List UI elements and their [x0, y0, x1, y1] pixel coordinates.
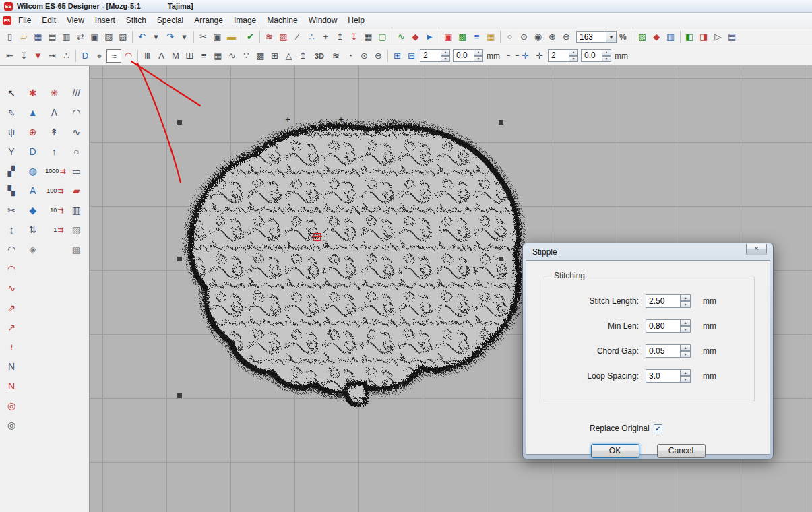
menu-stitch[interactable]: Stitch [121, 14, 152, 26]
zoom-out-icon[interactable]: ⊖ [559, 30, 573, 44]
zoom-in-icon[interactable]: ⊕ [545, 30, 559, 44]
hoop-icon[interactable]: ▢ [375, 30, 389, 44]
slow-redraw-tool[interactable]: ▚ [3, 183, 20, 199]
print-icon[interactable]: ▤ [45, 30, 59, 44]
stipple-fill-icon[interactable]: ≈ [106, 49, 121, 63]
branch-zigzag-tool[interactable]: Λ [45, 104, 63, 121]
cut-icon[interactable]: ✂ [196, 30, 210, 44]
save-design-icon[interactable]: ▦ [31, 30, 45, 44]
zigzag-stitch-icon[interactable]: ≋ [262, 30, 276, 44]
needle-up-tool[interactable]: ↑ [45, 143, 63, 160]
menu-special[interactable]: Special [152, 14, 189, 26]
ok-button[interactable]: OK [591, 444, 639, 458]
zoom-input[interactable] [576, 31, 606, 43]
menu-window[interactable]: Window [303, 14, 343, 26]
buttonhole-icon[interactable]: ⊖ [371, 49, 385, 63]
penetration-tool[interactable]: ◎ [3, 397, 20, 414]
triple-run-tool[interactable]: ⇗ [3, 300, 20, 316]
stitch-length-spinner[interactable]: ▲▼ [681, 294, 691, 308]
satin-fill-icon[interactable]: Ⅲ [140, 49, 154, 63]
es-tool-icon[interactable]: ▣ [441, 30, 456, 44]
offset-b-arrows[interactable]: ▲▼ [474, 49, 483, 62]
zoom-dropdown-icon[interactable]: ▾ [606, 31, 617, 43]
stitch-edit-tool[interactable]: Y [3, 143, 20, 160]
eyelet-icon[interactable]: ⊙ [357, 49, 371, 63]
polygon-select-tool[interactable]: ψ [3, 124, 20, 140]
motif-fill-icon[interactable]: ∵ [239, 49, 253, 63]
three-d-effect-icon[interactable]: 3D [310, 49, 329, 63]
min-len-spinner[interactable]: ▲▼ [681, 319, 691, 333]
selection-handle[interactable] [499, 257, 503, 261]
export-machine-file-icon[interactable]: ⇄ [73, 30, 88, 44]
fill-hole-icon[interactable]: ● [92, 49, 106, 63]
knife-tool[interactable]: ▞ [3, 163, 20, 179]
shuttle-tool[interactable]: ▰ [67, 183, 85, 199]
small-flower-tool[interactable]: ✳ [45, 85, 63, 101]
gap-a-arrows[interactable]: ▲▼ [569, 49, 578, 62]
ring-tool[interactable]: ◠ [3, 261, 20, 277]
paste-icon[interactable]: ▬ [224, 30, 239, 44]
penetration-icon[interactable]: ↧ [347, 30, 361, 44]
menu-arrange[interactable]: Arrange [189, 14, 228, 26]
zoom-1to1-icon[interactable]: ◉ [531, 30, 545, 44]
dash-spacing-icon[interactable]: ᠆᠆ [504, 49, 518, 63]
replace-original-checkbox[interactable]: ✔ [654, 424, 662, 433]
dialog-close-button[interactable]: ✕ [746, 244, 767, 255]
zoom-box-icon[interactable]: ⊙ [517, 30, 531, 44]
scissors-tool[interactable]: ✂ [3, 202, 20, 218]
cross-stitch-icon[interactable]: ▩ [253, 49, 268, 63]
select-tool[interactable]: ↖ [3, 85, 20, 101]
print-preview-icon[interactable]: ▥ [59, 30, 73, 44]
chord-gap-input[interactable] [646, 344, 681, 358]
stipple-dialog-title[interactable]: Stipple [526, 243, 770, 260]
stitch-length-input[interactable] [646, 294, 681, 308]
gray-fill2-tool[interactable]: ▩ [67, 241, 85, 257]
lettering-tool[interactable]: A [24, 183, 42, 199]
jump-dots-icon[interactable]: ∴ [59, 49, 73, 63]
double-zigzag-icon[interactable]: Μ [168, 49, 183, 63]
color-object-icon[interactable]: ◆ [408, 30, 423, 44]
stitch-player-tool[interactable]: ↨ [3, 222, 20, 238]
show-stitches-icon[interactable]: ◆ [650, 30, 664, 44]
undo-icon[interactable]: ↶ [135, 30, 149, 44]
gray-fill-tool[interactable]: ▨ [67, 222, 85, 238]
insert-design-icon[interactable]: ▨ [102, 30, 116, 44]
monogram-tool[interactable]: ◆ [24, 202, 42, 218]
overlap-remove-icon[interactable]: ▩ [456, 30, 470, 44]
undo-dropdown-icon[interactable]: ▾ [149, 30, 163, 44]
backstitch-tool[interactable]: ↗ [3, 319, 20, 335]
stitch-cursor-icon[interactable]: + [319, 30, 333, 44]
feather-edge-icon[interactable]: ◔ [343, 49, 357, 63]
curve-tool[interactable]: ∿ [67, 124, 85, 140]
sequin-tool[interactable]: ⇅ [24, 222, 42, 238]
contour-fill-icon[interactable]: △ [282, 49, 296, 63]
selection-handle[interactable] [338, 393, 342, 398]
offset-b-value[interactable]: 0.0 [453, 49, 474, 62]
redo-dropdown-icon[interactable]: ▾ [177, 30, 191, 44]
write-to-card-icon[interactable]: ▣ [88, 30, 102, 44]
run-stitch-icon[interactable]: ∕ [290, 30, 305, 44]
column-stitch-tool[interactable]: ↟ [45, 124, 63, 140]
selection-handle[interactable] [499, 120, 503, 125]
design-properties-icon[interactable]: ▧ [116, 30, 130, 44]
background-icon[interactable]: ► [423, 30, 437, 44]
overview-window-icon[interactable]: ▥ [664, 30, 678, 44]
copy-icon[interactable]: ▣ [210, 30, 224, 44]
chord-gap-spinner[interactable]: ▲▼ [681, 344, 691, 358]
fan-tool[interactable]: ◠ [3, 241, 20, 257]
wave-effect-icon[interactable]: ∿ [394, 30, 408, 44]
selection-handle[interactable] [177, 257, 182, 261]
stitch-list-icon[interactable]: ▦ [361, 30, 375, 44]
globe-tool[interactable]: ⊕ [24, 124, 42, 140]
stitch-density-100[interactable]: 100⇉ [45, 183, 66, 199]
motif-stitch-icon[interactable]: ∴ [305, 30, 319, 44]
closest-join-icon[interactable]: ⇤ [3, 49, 17, 63]
applique-tool[interactable]: ◍ [24, 163, 42, 179]
loop-spacing-input[interactable] [646, 369, 681, 383]
arc-tool[interactable]: ◠ [67, 104, 85, 121]
brain-embroidery-design[interactable] [169, 110, 526, 410]
pan-design-icon[interactable]: ✛ [518, 49, 532, 63]
tie-off-icon[interactable]: ⇥ [45, 49, 59, 63]
thread-colors-icon[interactable]: ≡ [470, 30, 484, 44]
cancel-button[interactable]: Cancel [657, 444, 706, 458]
